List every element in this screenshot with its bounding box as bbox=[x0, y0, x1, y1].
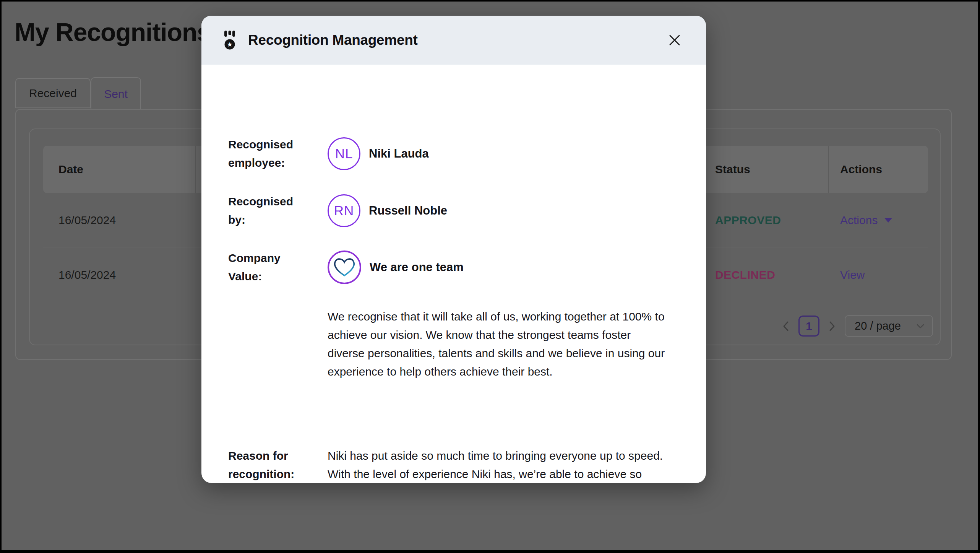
tab-bar: Received Sent bbox=[15, 77, 141, 110]
chevron-down-icon bbox=[916, 324, 925, 329]
company-value-description-row: We recognise that it will take all of us… bbox=[228, 307, 670, 381]
close-icon bbox=[668, 33, 681, 47]
svg-text:★: ★ bbox=[227, 41, 232, 48]
recognised-by-field: Recognised by: RN Russell Noble bbox=[228, 192, 447, 229]
dialog-body: Recognised employee: NL Niki Lauda Recog… bbox=[201, 65, 706, 483]
next-page-button[interactable] bbox=[827, 320, 837, 332]
recognised-employee-name: Niki Lauda bbox=[369, 147, 429, 161]
heart-icon bbox=[328, 250, 361, 284]
recognised-by-label: Recognised by: bbox=[228, 192, 295, 229]
column-divider bbox=[195, 146, 196, 193]
reason-field: Reason for recognition: Niki has put asi… bbox=[228, 447, 670, 483]
previous-page-button[interactable] bbox=[781, 320, 791, 332]
column-header-actions: Actions bbox=[840, 146, 882, 193]
avatar: RN bbox=[328, 194, 360, 227]
company-value-name: We are one team bbox=[370, 260, 464, 274]
caret-down-icon bbox=[884, 218, 892, 223]
tab-sent[interactable]: Sent bbox=[91, 77, 141, 110]
tab-received[interactable]: Received bbox=[15, 78, 91, 108]
avatar: NL bbox=[328, 137, 360, 170]
medal-icon: ★ bbox=[224, 30, 236, 50]
status-badge: APPROVED bbox=[715, 214, 781, 227]
view-link-label: View bbox=[840, 268, 865, 281]
page-size-value: 20 / page bbox=[855, 320, 901, 332]
company-value-label: Company Value: bbox=[228, 249, 295, 286]
status-badge: DECLINED bbox=[715, 268, 775, 281]
chevron-left-icon bbox=[782, 320, 789, 332]
company-value-description: We recognise that it will take all of us… bbox=[328, 307, 670, 381]
date-cell: 16/05/2024 bbox=[58, 214, 116, 227]
close-button[interactable] bbox=[665, 30, 685, 50]
recognised-employee-field: Recognised employee: NL Niki Lauda bbox=[228, 135, 429, 172]
pagination: 1 20 / page bbox=[781, 315, 933, 337]
actions-dropdown-label: Actions bbox=[840, 214, 878, 227]
tab-received-label: Received bbox=[29, 87, 77, 100]
dialog-header: ★ Recognition Management bbox=[201, 16, 706, 65]
view-link[interactable]: View bbox=[840, 268, 865, 281]
column-header-date: Date bbox=[58, 146, 83, 193]
page-title: My Recognitions bbox=[15, 18, 211, 47]
company-value-field: Company Value: We are one team bbox=[228, 249, 464, 286]
reason-label: Reason for recognition: bbox=[228, 447, 295, 483]
column-divider bbox=[828, 146, 829, 193]
page-size-select[interactable]: 20 / page bbox=[845, 315, 933, 337]
reason-text: Niki has put aside so much time to bring… bbox=[328, 447, 670, 483]
actions-dropdown-link[interactable]: Actions bbox=[840, 214, 892, 227]
recognised-by-name: Russell Noble bbox=[369, 204, 447, 218]
dialog-title: Recognition Management bbox=[248, 32, 418, 48]
recognition-management-dialog: ★ Recognition Management Recognised empl… bbox=[201, 16, 706, 483]
column-header-status: Status bbox=[715, 146, 750, 193]
chevron-right-icon bbox=[829, 320, 836, 332]
date-cell: 16/05/2024 bbox=[58, 268, 116, 281]
page-number-button[interactable]: 1 bbox=[798, 316, 819, 337]
tab-sent-label: Sent bbox=[104, 88, 128, 101]
recognised-employee-label: Recognised employee: bbox=[228, 135, 295, 172]
